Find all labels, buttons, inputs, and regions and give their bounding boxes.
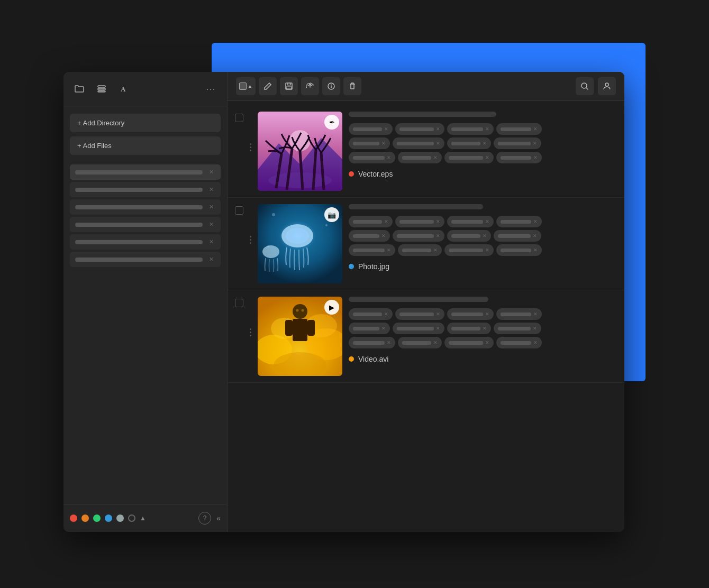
filter-close-5[interactable]: ✕ <box>207 238 215 245</box>
tag-pill[interactable]: ✕ <box>398 244 442 256</box>
dot-orange[interactable] <box>81 514 89 522</box>
sidebar-filters: ✕ ✕ ✕ ✕ ✕ <box>63 159 227 504</box>
status-dots: ▲ <box>70 514 146 522</box>
tag-pill[interactable]: ✕ <box>447 323 491 334</box>
filter-close-4[interactable]: ✕ <box>207 221 215 228</box>
drag-handle-photo[interactable] <box>250 236 251 244</box>
tag-pill[interactable]: ✕ <box>496 337 542 348</box>
file-checkbox-photo[interactable] <box>235 206 243 215</box>
filter-bar-5 <box>75 240 203 244</box>
tag-pill[interactable]: ✕ <box>496 244 542 256</box>
tag-pill[interactable]: ✕ <box>349 337 395 348</box>
toolbar-right <box>576 77 616 95</box>
toolbar: ▲ <box>228 72 624 101</box>
tag-pill[interactable]: ✕ <box>496 216 542 227</box>
tag-pill[interactable]: ✕ <box>447 216 494 227</box>
tag-pill[interactable]: ✕ <box>393 230 444 242</box>
filter-item-4[interactable]: ✕ <box>70 217 221 232</box>
tag-pill[interactable]: ✕ <box>393 137 444 149</box>
file-title-photo <box>349 204 483 209</box>
svg-point-29 <box>279 221 316 251</box>
filter-close-1[interactable]: ✕ <box>207 169 215 176</box>
file-checkbox-video[interactable] <box>235 299 243 307</box>
tag-pill[interactable]: ✕ <box>444 244 494 256</box>
svg-point-41 <box>302 309 304 312</box>
chevron-up-icon[interactable]: ▲ <box>140 514 146 522</box>
tag-pill[interactable]: ✕ <box>349 323 390 334</box>
tag-pill[interactable]: ✕ <box>398 337 442 348</box>
folder-icon-btn[interactable] <box>71 80 88 97</box>
status-dot-photo <box>349 264 354 269</box>
search-button[interactable] <box>576 77 594 95</box>
filter-item-1[interactable]: ✕ <box>70 164 221 180</box>
tag-pill[interactable]: ✕ <box>349 137 390 149</box>
tag-pill[interactable]: ✕ <box>496 123 542 135</box>
tag-pill[interactable]: ✕ <box>494 323 541 334</box>
user-button[interactable] <box>598 77 616 95</box>
select-all-button[interactable]: ▲ <box>236 77 256 95</box>
tag-pill[interactable]: ✕ <box>447 308 494 320</box>
tag-pill[interactable]: ✕ <box>447 230 491 242</box>
help-button[interactable]: ? <box>198 512 211 525</box>
tag-pill[interactable]: ✕ <box>496 308 542 320</box>
tag-pill[interactable]: ✕ <box>447 137 491 149</box>
content-area: ▲ <box>228 72 624 532</box>
add-directory-button[interactable]: + Add Directory <box>70 114 221 132</box>
tag-pill[interactable]: ✕ <box>349 244 395 256</box>
info-button[interactable] <box>322 77 340 95</box>
file-name-photo: Photo.jpg <box>358 262 389 271</box>
file-row-vector: ✒ ✕ ✕ ✕ ✕ <box>228 105 624 198</box>
tag-pill[interactable]: ✕ <box>395 216 444 227</box>
tag-pill[interactable]: ✕ <box>395 123 444 135</box>
layers-icon-btn[interactable] <box>93 80 110 97</box>
tag-pill[interactable]: ✕ <box>349 308 393 320</box>
sidebar: A ··· + Add Directory + Add Files <box>63 72 228 532</box>
more-icon-btn[interactable]: ··· <box>203 80 220 97</box>
filter-item-2[interactable]: ✕ <box>70 182 221 197</box>
video-type-icon: ▶ <box>324 300 339 315</box>
filter-close-2[interactable]: ✕ <box>207 186 215 193</box>
upload-button[interactable] <box>301 77 319 95</box>
file-checkbox-vector[interactable] <box>235 114 243 122</box>
dot-gray[interactable] <box>116 514 124 522</box>
tag-pill[interactable]: ✕ <box>349 123 393 135</box>
text-icon-btn[interactable]: A <box>115 80 132 97</box>
filter-close-3[interactable]: ✕ <box>207 204 215 210</box>
tag-pill[interactable]: ✕ <box>447 123 494 135</box>
filter-item-3[interactable]: ✕ <box>70 199 221 215</box>
file-info-photo: ✕ ✕ ✕ ✕ ✕ ✕ ✕ ✕ <box>349 204 617 271</box>
delete-button[interactable] <box>343 77 361 95</box>
drag-handle-vector[interactable] <box>250 143 251 151</box>
tag-pill[interactable]: ✕ <box>398 152 442 163</box>
dot-outline[interactable] <box>128 514 135 522</box>
add-files-button[interactable]: + Add Files <box>70 136 221 155</box>
tag-pill[interactable]: ✕ <box>496 152 542 163</box>
collapse-sidebar-button[interactable]: « <box>216 514 221 522</box>
tag-pill[interactable]: ✕ <box>494 137 541 149</box>
filter-bar-6 <box>75 258 203 262</box>
drag-handle-video[interactable] <box>250 328 251 336</box>
tag-pill[interactable]: ✕ <box>349 216 393 227</box>
dot-red[interactable] <box>70 514 77 522</box>
tag-pill[interactable]: ✕ <box>444 337 494 348</box>
dot-blue[interactable] <box>105 514 112 522</box>
svg-rect-2 <box>98 91 105 92</box>
filter-bar-1 <box>75 170 203 174</box>
tag-pill[interactable]: ✕ <box>444 152 494 163</box>
file-name-row-video: Video.avi <box>349 355 617 363</box>
main-window: A ··· + Add Directory + Add Files <box>63 72 624 532</box>
tag-pill[interactable]: ✕ <box>494 230 541 242</box>
filter-item-6[interactable]: ✕ <box>70 252 221 267</box>
svg-rect-4 <box>286 83 292 89</box>
dot-green[interactable] <box>93 514 101 522</box>
tag-pill[interactable]: ✕ <box>349 152 395 163</box>
edit-button[interactable] <box>259 77 277 95</box>
save-button[interactable] <box>280 77 298 95</box>
filter-item-5[interactable]: ✕ <box>70 234 221 250</box>
tag-pill[interactable]: ✕ <box>349 230 390 242</box>
file-title-video <box>349 297 488 302</box>
filter-close-6[interactable]: ✕ <box>207 256 215 263</box>
tag-pill[interactable]: ✕ <box>395 308 444 320</box>
file-name-vector: Vector.eps <box>358 170 393 178</box>
tag-pill[interactable]: ✕ <box>393 323 444 334</box>
